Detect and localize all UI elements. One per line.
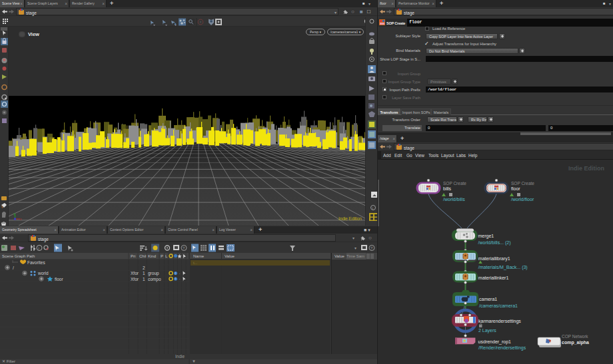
svg-text:Kind: Kind xyxy=(148,254,156,258)
svg-text:comp_alpha: comp_alpha xyxy=(562,340,589,345)
svg-text:merge1: merge1 xyxy=(478,234,494,239)
svg-text:SOP Create: SOP Create xyxy=(443,181,466,186)
svg-text:/cameras/camera1: /cameras/camera1 xyxy=(479,303,518,308)
svg-text:Pri: Pri xyxy=(131,254,135,258)
svg-text:usdrender_rop1: usdrender_rop1 xyxy=(478,339,512,345)
svg-text:P: P xyxy=(161,254,163,258)
svg-text:?: ? xyxy=(370,246,373,250)
svg-text:camera1: camera1 xyxy=(479,297,497,301)
svg-text:!: ! xyxy=(175,272,175,275)
svg-text:/: / xyxy=(13,266,14,270)
svg-text:floor: floor xyxy=(55,277,63,281)
svg-text:Scene Graph Path: Scene Graph Path xyxy=(2,254,35,258)
svg-text:Xfor: Xfor xyxy=(131,277,139,281)
svg-text:SOP Create: SOP Create xyxy=(511,181,534,186)
svg-text:Xfor: Xfor xyxy=(131,271,139,275)
svg-text:?: ? xyxy=(183,246,185,250)
svg-text:/world/floor: /world/floor xyxy=(511,197,534,202)
svg-text:i: i xyxy=(39,246,39,250)
svg-text:karmarendersettings: karmarendersettings xyxy=(478,319,521,324)
svg-text:/world/bills: /world/bills xyxy=(443,197,465,202)
svg-text:i: i xyxy=(372,206,373,210)
svg-text:/world/bills... (2): /world/bills... (2) xyxy=(478,240,511,246)
svg-text:bills: bills xyxy=(443,186,452,191)
svg-text:▾: ▾ xyxy=(354,246,356,250)
svg-text:1: 1 xyxy=(143,271,145,275)
svg-text:2: 2 xyxy=(143,266,145,270)
svg-text:+: + xyxy=(466,258,469,262)
svg-text:compo: compo xyxy=(148,277,161,282)
svg-text:!: ! xyxy=(175,277,175,281)
svg-text:materiallibrary1: materiallibrary1 xyxy=(478,256,510,262)
svg-text:floor: floor xyxy=(511,186,520,191)
svg-text:-: - xyxy=(179,272,181,275)
svg-text:/materials/M_Back... (3): /materials/M_Back... (3) xyxy=(478,265,528,270)
svg-text:1: 1 xyxy=(143,277,145,281)
svg-text:/Render/rendersettings: /Render/rendersettings xyxy=(478,345,526,351)
svg-text:Chil: Chil xyxy=(139,254,146,258)
svg-text:materiallinker1: materiallinker1 xyxy=(478,275,509,280)
svg-text:Favorites: Favorites xyxy=(27,260,45,265)
svg-text:world: world xyxy=(37,271,49,275)
svg-text:2 Layers: 2 Layers xyxy=(478,328,496,333)
svg-text:group: group xyxy=(148,271,159,276)
svg-text:Indie Edition: Indie Edition xyxy=(568,165,604,172)
svg-text:-: - xyxy=(179,277,181,281)
svg-text:x: x xyxy=(20,217,22,221)
svg-text:COP Network: COP Network xyxy=(562,334,588,339)
